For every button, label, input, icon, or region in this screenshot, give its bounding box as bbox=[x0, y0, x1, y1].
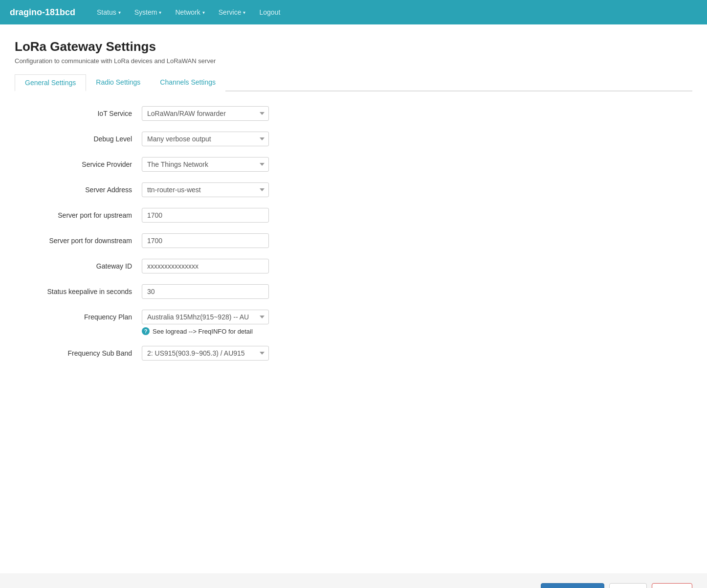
label-debug-level: Debug Level bbox=[15, 135, 142, 143]
nav-link-service[interactable]: Service ▾ bbox=[212, 0, 253, 24]
label-iot-service: IoT Service bbox=[15, 110, 142, 117]
input-port-upstream[interactable] bbox=[142, 208, 269, 223]
nav-item-logout[interactable]: Logout bbox=[252, 0, 287, 24]
label-gateway-id: Gateway ID bbox=[15, 262, 142, 270]
field-row-port-downstream: Server port for downstream bbox=[15, 233, 455, 248]
field-row-port-upstream: Server port for upstream bbox=[15, 208, 455, 223]
page-title: LoRa Gateway Settings bbox=[15, 39, 692, 54]
tab-channels-settings[interactable]: Channels Settings bbox=[150, 74, 225, 91]
arrow-icon: ▾ bbox=[159, 10, 161, 15]
field-row-frequency-plan: Frequency Plan Australia 915Mhz(915~928)… bbox=[15, 310, 455, 335]
nav-link-logout[interactable]: Logout bbox=[252, 0, 287, 24]
frequency-plan-help: ? See logread --> FreqINFO for detail bbox=[142, 327, 253, 335]
main-content: LoRa Gateway Settings Configuration to c… bbox=[0, 24, 707, 564]
field-row-gateway-id: Gateway ID bbox=[15, 259, 455, 273]
brand[interactable]: dragino-181bcd bbox=[10, 7, 75, 18]
save-button[interactable]: Save bbox=[609, 583, 647, 588]
input-gateway-id[interactable] bbox=[142, 259, 269, 273]
field-row-frequency-sub-band: Frequency Sub Band 2: US915(903.9~905.3)… bbox=[15, 346, 455, 361]
label-frequency-plan: Frequency Plan bbox=[15, 313, 142, 321]
nav-link-system[interactable]: System ▾ bbox=[128, 0, 169, 24]
select-service-provider[interactable]: The Things Network bbox=[142, 157, 269, 172]
navbar: dragino-181bcd Status ▾ System ▾ Network… bbox=[0, 0, 707, 24]
field-row-server-address: Server Address ttn-router-us-west bbox=[15, 182, 455, 197]
label-port-upstream: Server port for upstream bbox=[15, 211, 142, 219]
tab-general-settings[interactable]: General Settings bbox=[15, 74, 86, 91]
field-row-debug-level: Debug Level Many verbose output bbox=[15, 132, 455, 146]
select-server-address[interactable]: ttn-router-us-west bbox=[142, 182, 269, 197]
save-apply-button[interactable]: Save & Apply bbox=[541, 583, 604, 588]
nav-item-network[interactable]: Network ▾ bbox=[168, 0, 211, 24]
help-icon: ? bbox=[142, 327, 150, 335]
tab-radio-settings[interactable]: Radio Settings bbox=[86, 74, 150, 91]
select-iot-service[interactable]: LoRaWan/RAW forwarder bbox=[142, 106, 269, 121]
select-debug-level[interactable]: Many verbose output bbox=[142, 132, 269, 146]
nav-item-service[interactable]: Service ▾ bbox=[212, 0, 253, 24]
select-frequency-plan[interactable]: Australia 915Mhz(915~928) -- AU bbox=[142, 310, 269, 324]
field-row-service-provider: Service Provider The Things Network bbox=[15, 157, 455, 172]
field-row-iot-service: IoT Service LoRaWan/RAW forwarder bbox=[15, 106, 455, 121]
field-row-keepalive: Status keepalive in seconds bbox=[15, 284, 455, 299]
nav-link-status[interactable]: Status ▾ bbox=[90, 0, 128, 24]
form-actions: Save & Apply Save Reset bbox=[0, 573, 707, 588]
label-service-provider: Service Provider bbox=[15, 160, 142, 168]
nav-link-network[interactable]: Network ▾ bbox=[168, 0, 211, 24]
nav-item-status[interactable]: Status ▾ bbox=[90, 0, 128, 24]
select-frequency-sub-band[interactable]: 2: US915(903.9~905.3) / AU915 bbox=[142, 346, 269, 361]
nav-menu: Status ▾ System ▾ Network ▾ Service ▾ Lo bbox=[90, 0, 287, 24]
arrow-icon: ▾ bbox=[118, 10, 121, 15]
label-keepalive: Status keepalive in seconds bbox=[15, 288, 142, 295]
label-frequency-sub-band: Frequency Sub Band bbox=[15, 349, 142, 357]
page-subtitle: Configuration to communicate with LoRa d… bbox=[15, 57, 692, 65]
arrow-icon: ▾ bbox=[202, 10, 205, 15]
label-server-address: Server Address bbox=[15, 186, 142, 194]
label-port-downstream: Server port for downstream bbox=[15, 237, 142, 245]
help-text: See logread --> FreqINFO for detail bbox=[153, 328, 253, 335]
input-keepalive[interactable] bbox=[142, 284, 269, 299]
tab-bar: General Settings Radio Settings Channels… bbox=[15, 74, 692, 91]
nav-item-system[interactable]: System ▾ bbox=[128, 0, 169, 24]
form-section: IoT Service LoRaWan/RAW forwarder Debug … bbox=[15, 106, 455, 361]
arrow-icon: ▾ bbox=[243, 10, 245, 15]
reset-button[interactable]: Reset bbox=[652, 583, 692, 588]
input-port-downstream[interactable] bbox=[142, 233, 269, 248]
